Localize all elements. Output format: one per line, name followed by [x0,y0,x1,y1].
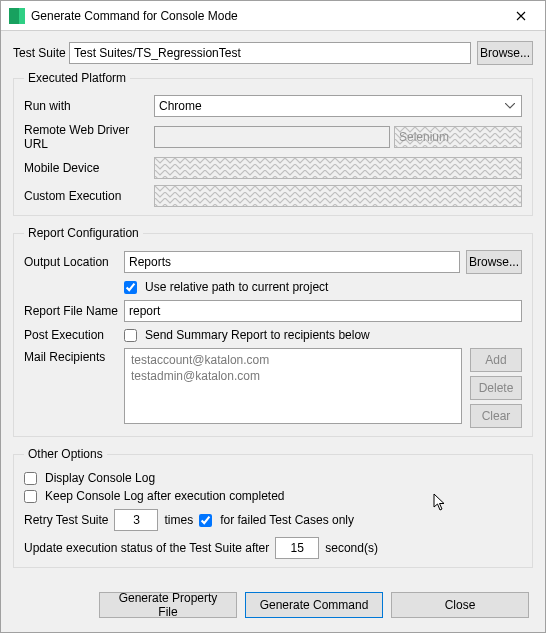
mobile-device-select [154,157,522,179]
list-item[interactable]: testadmin@katalon.com [131,368,455,384]
remote-driver-select: Selenium [394,126,522,148]
retry-failed-only-label: for failed Test Cases only [220,513,354,527]
report-file-name-input[interactable] [124,300,522,322]
list-item[interactable]: testaccount@katalon.com [131,352,455,368]
mail-recipients-list[interactable]: testaccount@katalon.com testadmin@katalo… [124,348,462,424]
close-icon [516,11,526,21]
title-text: Generate Command for Console Mode [31,9,499,23]
report-config-group: Report Configuration Output Location Bro… [13,226,533,437]
other-options-legend: Other Options [24,447,107,461]
send-summary-label: Send Summary Report to recipients below [145,328,370,342]
executed-platform-group: Executed Platform Run with Chrome Remote… [13,71,533,216]
dialog-window: Generate Command for Console Mode Test S… [0,0,546,633]
clear-recipients-button[interactable]: Clear [470,404,522,428]
update-status-suffix: second(s) [325,541,378,555]
update-status-prefix: Update execution status of the Test Suit… [24,541,269,555]
remote-url-input [154,126,390,148]
other-options-group: Other Options Display Console Log Keep C… [13,447,533,568]
svg-rect-0 [9,8,19,24]
retry-failed-only-row[interactable]: for failed Test Cases only [199,513,354,527]
remote-url-label: Remote Web Driver URL [24,123,154,151]
mobile-device-label: Mobile Device [24,161,154,175]
mail-recipients-label: Mail Recipients [24,348,124,364]
display-console-log-label: Display Console Log [45,471,155,485]
use-relative-label: Use relative path to current project [145,280,328,294]
run-with-label: Run with [24,99,154,113]
keep-console-log-checkbox[interactable] [24,490,37,503]
test-suite-label: Test Suite [13,46,69,60]
custom-execution-select [154,185,522,207]
keep-console-log-label: Keep Console Log after execution complet… [45,489,285,503]
output-location-input[interactable] [124,251,460,273]
post-execution-label: Post Execution [24,328,124,342]
retry-label: Retry Test Suite [24,513,108,527]
recipients-buttons: Add Delete Clear [470,348,522,428]
use-relative-checkbox[interactable] [124,281,137,294]
output-location-browse-button[interactable]: Browse... [466,250,522,274]
test-suite-input[interactable] [69,42,471,64]
executed-platform-legend: Executed Platform [24,71,130,85]
custom-execution-label: Custom Execution [24,189,154,203]
app-icon [9,8,25,24]
test-suite-browse-button[interactable]: Browse... [477,41,533,65]
display-console-log-checkbox[interactable] [24,472,37,485]
send-summary-checkbox[interactable] [124,329,137,342]
run-with-select[interactable]: Chrome [154,95,522,117]
retry-failed-only-checkbox[interactable] [199,514,212,527]
output-location-label: Output Location [24,255,124,269]
generate-command-button[interactable]: Generate Command [245,592,383,618]
keep-console-log-row[interactable]: Keep Console Log after execution complet… [24,489,522,503]
close-window-button[interactable] [499,2,543,30]
titlebar: Generate Command for Console Mode [1,1,545,31]
svg-rect-1 [19,8,25,24]
dialog-footer: Generate Property File Generate Command … [1,582,545,632]
retry-count-input[interactable] [114,509,158,531]
add-recipient-button[interactable]: Add [470,348,522,372]
report-config-legend: Report Configuration [24,226,143,240]
retry-times-label: times [164,513,193,527]
send-summary-checkbox-row[interactable]: Send Summary Report to recipients below [124,328,370,342]
close-button[interactable]: Close [391,592,529,618]
generate-property-file-button[interactable]: Generate Property File [99,592,237,618]
test-suite-row: Test Suite Browse... [13,41,533,65]
dialog-body: Test Suite Browse... Executed Platform R… [1,31,545,582]
update-status-input[interactable] [275,537,319,559]
use-relative-checkbox-row[interactable]: Use relative path to current project [124,280,328,294]
display-console-log-row[interactable]: Display Console Log [24,471,522,485]
report-file-name-label: Report File Name [24,304,124,318]
delete-recipient-button[interactable]: Delete [470,376,522,400]
